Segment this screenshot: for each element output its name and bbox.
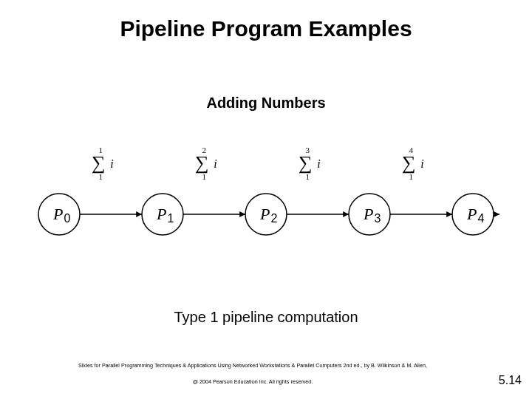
svg-text:∑: ∑ (299, 152, 313, 174)
page-title: Pipeline Program Examples (0, 16, 532, 41)
diagram-caption: Type 1 pipeline computation (0, 309, 532, 326)
pipeline-svg: 1∑1i2∑1i3∑1i4∑1i5∑1iP0P1P2P3P4 (30, 144, 502, 248)
svg-text:∑: ∑ (195, 152, 209, 174)
svg-text:i: i (110, 157, 113, 170)
pipeline-diagram: 1∑1i2∑1i3∑1i4∑1i5∑1iP0P1P2P3P4 (30, 144, 502, 248)
svg-text:1: 1 (409, 172, 413, 181)
svg-text:i: i (317, 157, 320, 170)
page-subtitle: Adding Numbers (0, 95, 532, 112)
svg-text:i: i (420, 157, 423, 170)
page-number: 5.14 (499, 374, 522, 387)
svg-text:1: 1 (202, 172, 206, 181)
svg-text:1: 1 (98, 172, 103, 181)
footer-line-1: Slides for Parallel Programming Techniqu… (16, 362, 489, 369)
svg-text:∑: ∑ (92, 152, 106, 174)
svg-text:∑: ∑ (402, 152, 416, 174)
slide: Pipeline Program Examples Adding Numbers… (0, 0, 532, 399)
footer-line-2: @ 2004 Pearson Education Inc. All rights… (16, 378, 489, 385)
svg-text:1: 1 (305, 172, 310, 181)
svg-text:i: i (214, 157, 216, 170)
